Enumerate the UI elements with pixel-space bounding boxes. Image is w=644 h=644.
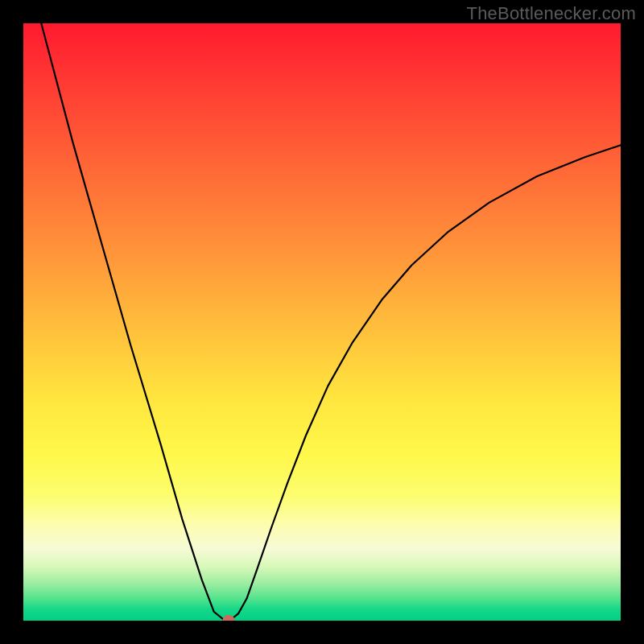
chart-frame: TheBottlenecker.com — [0, 0, 644, 644]
watermark-text: TheBottlenecker.com — [467, 3, 636, 24]
optimum-marker — [223, 615, 235, 621]
bottleneck-curve — [23, 23, 621, 621]
plot-area — [23, 23, 621, 621]
